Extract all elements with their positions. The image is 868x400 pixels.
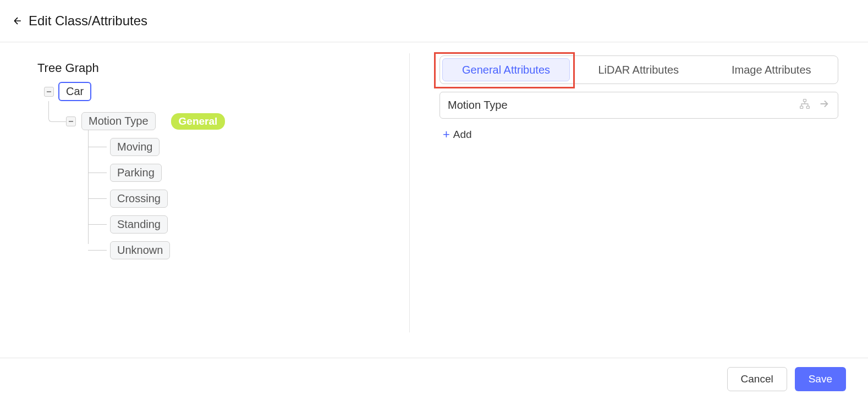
tree-node-crossing[interactable]: Crossing — [110, 190, 168, 208]
add-label: Add — [453, 129, 472, 141]
tabs-container: General Attributes LiDAR Attributes Imag… — [440, 55, 838, 84]
back-arrow-icon[interactable] — [12, 15, 23, 26]
hierarchy-icon[interactable] — [799, 98, 810, 112]
tree-node-motion-type-row: Motion Type General — [66, 112, 409, 130]
main-content: Tree Graph Car Motion Type General Movin… — [0, 42, 868, 343]
tree-node-row: Parking — [88, 164, 409, 182]
svg-rect-2 — [806, 106, 809, 108]
arrow-right-icon[interactable] — [818, 98, 830, 113]
attribute-row-motion-type[interactable]: Motion Type — [440, 92, 838, 119]
tree-node-row: Unknown — [88, 241, 409, 259]
collapse-icon[interactable] — [44, 87, 54, 97]
tab-image-attributes[interactable]: Image Attributes — [705, 56, 838, 84]
add-attribute-button[interactable]: + Add — [443, 127, 838, 142]
tree-node-parking[interactable]: Parking — [110, 164, 162, 182]
tree-root-row: Car — [44, 82, 409, 101]
tree-node-motion-type[interactable]: Motion Type — [81, 112, 156, 130]
tree-node-row: Crossing — [88, 190, 409, 208]
footer: Cancel Save — [0, 358, 868, 400]
svg-rect-0 — [804, 99, 806, 102]
tree-title: Tree Graph — [37, 61, 409, 75]
tree-node-car[interactable]: Car — [58, 82, 91, 101]
collapse-icon[interactable] — [66, 116, 76, 126]
tree-node-standing[interactable]: Standing — [110, 215, 168, 234]
attributes-panel: General Attributes LiDAR Attributes Imag… — [410, 42, 868, 343]
attribute-row-label: Motion Type — [448, 99, 508, 112]
tree-node-moving[interactable]: Moving — [110, 138, 160, 156]
plus-icon: + — [443, 127, 450, 142]
tree-graph: Car Motion Type General Moving Parking — [37, 82, 409, 259]
page-header: Edit Class/Attributes — [0, 0, 868, 42]
cancel-button[interactable]: Cancel — [727, 367, 787, 391]
tree-node-row: Standing — [88, 215, 409, 234]
tab-general-attributes[interactable]: General Attributes — [442, 58, 570, 81]
tree-level-2: Moving Parking Crossing Standing Unknown — [88, 138, 409, 259]
tree-node-row: Moving — [88, 138, 409, 156]
page-title: Edit Class/Attributes — [29, 13, 147, 29]
save-button[interactable]: Save — [795, 367, 846, 391]
tree-connector — [48, 101, 66, 122]
attribute-tabs: General Attributes LiDAR Attributes Imag… — [440, 55, 838, 84]
svg-rect-1 — [800, 106, 803, 108]
tree-panel: Tree Graph Car Motion Type General Movin… — [0, 42, 409, 343]
tree-node-unknown[interactable]: Unknown — [110, 241, 170, 259]
attribute-row-actions — [799, 98, 830, 113]
general-badge: General — [171, 113, 226, 130]
tree-level-1: Motion Type General Moving Parking Cross… — [48, 101, 409, 259]
tab-lidar-attributes[interactable]: LiDAR Attributes — [572, 56, 705, 84]
